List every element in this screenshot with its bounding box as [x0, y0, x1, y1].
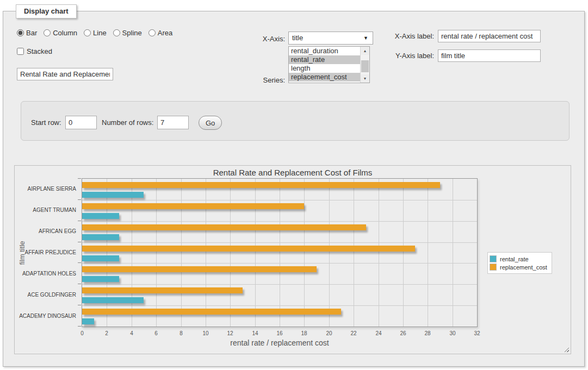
chart-type-option-area[interactable]: Area	[148, 29, 172, 37]
bar-rental_rate	[82, 255, 119, 261]
radio-label-area: Area	[158, 29, 172, 37]
chart-type-radios: BarColumnLineSplineArea	[17, 29, 172, 37]
x-tick-label: 30	[444, 330, 461, 336]
legend-label-rental_rate: rental_rate	[500, 256, 529, 262]
y-axis-label-label: Y-Axis label:	[351, 50, 434, 62]
x-tick-label: 12	[222, 330, 238, 336]
gridline-vertical	[453, 179, 453, 327]
x-tick-label: 18	[296, 330, 312, 336]
x-tick-label: 0	[74, 330, 90, 336]
number-of-rows-label: Number of rows:	[102, 116, 153, 130]
row-controls-panel: Start row: Number of rows: Go	[21, 101, 570, 141]
bar-rental_rate	[82, 276, 119, 282]
x-axis-select-value: title	[292, 34, 303, 42]
chart-type-option-spline[interactable]: Spline	[113, 29, 142, 37]
x-tick-label: 24	[370, 330, 387, 336]
radio-label-spline: Spline	[122, 29, 142, 37]
gridline-horizontal	[82, 221, 477, 222]
radio-area[interactable]	[148, 29, 156, 36]
bar-rental_rate	[82, 213, 119, 219]
radio-label-column: Column	[53, 29, 77, 37]
y-tick-mark	[78, 242, 81, 242]
x-tick-label: 26	[395, 330, 411, 336]
start-row-input[interactable]	[65, 116, 97, 129]
display-chart-panel: Display chart BarColumnLineSplineArea St…	[3, 11, 585, 367]
series-option-length[interactable]: length	[289, 64, 360, 73]
chart-container: Rental Rate and Replacement Cost of Film…	[14, 165, 571, 354]
y-axis-label-input[interactable]	[438, 49, 541, 62]
chart-type-option-bar[interactable]: Bar	[17, 29, 37, 37]
y-category-label: ACADEMY DINOSAUR	[15, 313, 76, 319]
radio-line[interactable]	[84, 29, 91, 36]
gridline-horizontal	[82, 200, 477, 200]
bar-rental_rate	[82, 234, 119, 240]
chart-type-option-line[interactable]: Line	[84, 29, 107, 37]
radio-bar[interactable]	[17, 29, 24, 36]
y-category-label: AGENT TRUMAN	[15, 207, 76, 213]
bar-replacement_cost	[82, 309, 341, 315]
y-tick-mark	[78, 178, 81, 179]
y-category-label: AFRICAN EGG	[15, 228, 76, 234]
gridline-vertical	[132, 179, 132, 327]
chart-type-option-column[interactable]: Column	[44, 29, 77, 37]
stacked-checkbox[interactable]	[17, 48, 24, 55]
radio-column[interactable]	[44, 29, 51, 36]
x-axis-title: rental rate / replacement cost	[82, 338, 478, 347]
bar-rental_rate	[82, 192, 144, 198]
bar-rental_rate	[82, 297, 144, 303]
x-tick-label: 4	[123, 330, 140, 336]
chart-title: Rental Rate and Replacement Cost of Film…	[15, 168, 571, 177]
y-tick-mark	[78, 305, 81, 305]
gridline-vertical	[304, 179, 305, 327]
plot-area	[82, 178, 478, 327]
gridline-horizontal	[82, 263, 477, 264]
stacked-option[interactable]: Stacked	[17, 47, 52, 55]
series-option-rental_duration[interactable]: rental_duration	[289, 47, 360, 55]
series-option-replacement_cost[interactable]: replacement_cost	[289, 73, 360, 81]
gridline-vertical	[156, 179, 157, 327]
x-tick-label: 14	[247, 330, 263, 336]
gridline-vertical	[255, 179, 256, 327]
x-tick-label: 8	[173, 330, 189, 336]
gridline-vertical	[379, 179, 379, 327]
gridline-horizontal	[82, 284, 477, 285]
bar-rental_rate	[82, 318, 94, 324]
y-tick-mark	[78, 199, 81, 200]
y-tick-mark	[78, 326, 81, 327]
x-tick-label: 6	[148, 330, 164, 336]
gridline-vertical	[181, 179, 182, 327]
x-axis-label-input[interactable]	[438, 30, 541, 42]
gridline-horizontal	[82, 305, 477, 306]
y-tick-mark	[78, 284, 81, 284]
y-category-label: ADAPTATION HOLES	[15, 271, 76, 277]
gridline-vertical	[329, 179, 330, 327]
x-tick-label: 32	[469, 330, 485, 336]
scrollbar-thumb[interactable]	[361, 60, 369, 72]
gridline-vertical	[107, 179, 107, 327]
chart-title-input[interactable]	[17, 68, 113, 80]
go-button[interactable]: Go	[199, 116, 222, 130]
resize-handle-icon[interactable]	[563, 346, 569, 352]
x-tick-label: 10	[197, 330, 214, 336]
scroll-down-icon[interactable]: ▼	[361, 74, 369, 83]
legend-item-rental_rate: rental_rate	[490, 255, 547, 262]
x-tick-label: 22	[345, 330, 362, 336]
bar-replacement_cost	[82, 203, 304, 209]
y-tick-mark	[78, 221, 81, 221]
stacked-label: Stacked	[27, 47, 52, 55]
gridline-vertical	[280, 179, 280, 327]
series-option-rental_rate[interactable]: rental_rate	[289, 55, 360, 64]
gridline-vertical	[403, 179, 404, 327]
x-tick-label: 16	[271, 330, 288, 336]
gridline-horizontal	[82, 242, 477, 243]
series-options: rental_durationrental_ratelengthreplacem…	[289, 47, 360, 83]
legend-label-replacement_cost: replacement_cost	[500, 264, 547, 271]
y-tick-mark	[78, 262, 81, 263]
gridline-vertical	[206, 179, 206, 327]
gridline-vertical	[428, 179, 428, 327]
bar-replacement_cost	[82, 266, 317, 272]
x-axis-label-label: X-Axis label:	[351, 30, 434, 42]
start-row-label: Start row:	[31, 116, 61, 130]
number-of-rows-input[interactable]	[157, 116, 189, 129]
radio-spline[interactable]	[113, 29, 120, 36]
